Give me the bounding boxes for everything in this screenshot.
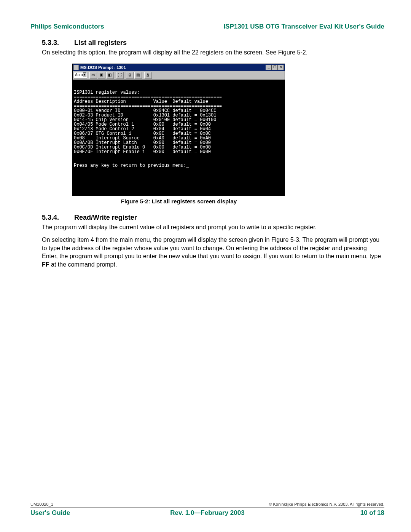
maximize-button[interactable]: ❐ xyxy=(272,65,278,70)
page-header: Philips Semiconductors ISP1301 USB OTG T… xyxy=(30,23,384,30)
dos-window: MS-DOS Prompt - 1301 _ ❐ ✕ Auto ▭ ▣ ◧ ⛶ … xyxy=(72,64,285,196)
toolbar-paste-icon[interactable]: ▣ xyxy=(98,72,105,79)
body-text-part: at the command prompt. xyxy=(49,261,117,268)
toolbar-properties-icon[interactable]: ⎙ xyxy=(126,72,134,79)
header-doc-title: ISP1301 USB OTG Transceiver Eval Kit Use… xyxy=(223,23,384,30)
toolbar-copy-icon[interactable]: ▭ xyxy=(89,72,97,79)
toolbar-background-icon[interactable]: ▤ xyxy=(134,72,142,79)
section-number: 5.3.4. xyxy=(42,214,74,222)
body-text-bold: FF xyxy=(42,261,49,268)
footer-center: Rev. 1.0—February 2003 xyxy=(148,509,266,517)
close-button[interactable]: ✕ xyxy=(278,65,284,70)
section-heading-534: 5.3.4. Read/Write register xyxy=(42,214,384,222)
section-title: List all registers xyxy=(74,39,127,47)
section-body-534b: On selecting item 4 from the main menu, … xyxy=(42,236,384,268)
window-titlebar: MS-DOS Prompt - 1301 _ ❐ ✕ xyxy=(73,64,285,71)
toolbar-font-icon[interactable]: A xyxy=(144,72,152,79)
toolbar-mark-icon[interactable]: ◧ xyxy=(106,72,114,79)
window-title: MS-DOS Prompt - 1301 xyxy=(80,65,126,70)
section-number: 5.3.3. xyxy=(42,39,74,47)
header-company: Philips Semiconductors xyxy=(30,23,104,30)
section-body-534a: The program will display the current val… xyxy=(42,223,384,232)
section-heading-533: 5.3.3. List all registers xyxy=(42,39,384,47)
font-size-select[interactable]: Auto xyxy=(74,72,87,78)
app-icon xyxy=(73,65,79,70)
section-title: Read/Write register xyxy=(74,214,137,222)
minimize-button[interactable]: _ xyxy=(266,65,272,70)
page-footer: UM10028_1 © Koninklijke Philips Electron… xyxy=(30,502,384,517)
window-toolbar: Auto ▭ ▣ ◧ ⛶ ⎙ ▤ A xyxy=(73,71,285,80)
footer-docid: UM10028_1 xyxy=(30,502,53,506)
toolbar-fullscreen-icon[interactable]: ⛶ xyxy=(116,72,124,79)
figure-caption: Figure 5-2: List all registers screen di… xyxy=(30,198,327,204)
footer-copyright: © Koninklijke Philips Electronics N.V. 2… xyxy=(269,502,384,506)
terminal-output: ISP1301 register values: ===============… xyxy=(73,80,285,195)
body-text-part: On selecting item 4 from the main menu, … xyxy=(42,236,381,259)
footer-right: 10 of 18 xyxy=(266,509,384,517)
figure-5-2: MS-DOS Prompt - 1301 _ ❐ ✕ Auto ▭ ▣ ◧ ⛶ … xyxy=(72,64,384,204)
section-body-533: On selecting this option, the program wi… xyxy=(42,48,384,57)
footer-left: User's Guide xyxy=(30,509,148,517)
